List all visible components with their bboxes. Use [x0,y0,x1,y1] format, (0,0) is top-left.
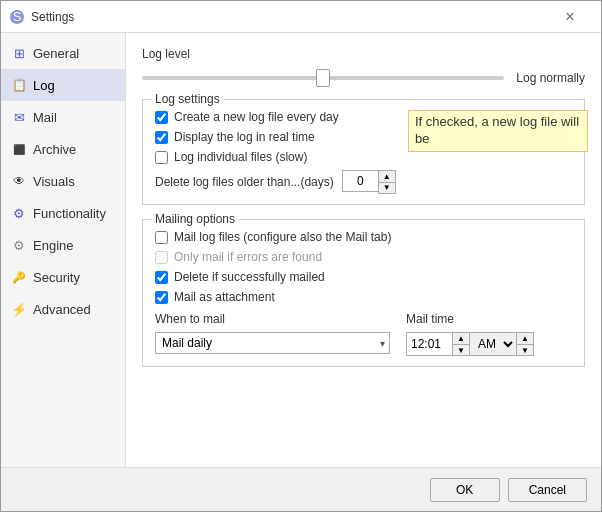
delete-days-input[interactable] [342,170,378,192]
mail-time-spin: ▲ ▼ [452,333,469,355]
mail-time-col: Mail time ▲ ▼ AM PM [406,312,534,356]
tooltip-text: If checked, a new log file will be [415,114,579,146]
delete-mailed-row: Delete if successfully mailed [155,270,572,284]
advanced-icon [11,301,27,317]
create-new-log-label[interactable]: Create a new log file every day [174,110,339,124]
delete-row: Delete log files older than...(days) ▲ ▼ [155,170,572,194]
log-icon [11,77,27,93]
ok-button[interactable]: OK [430,478,500,502]
sidebar-item-log[interactable]: Log [1,69,125,101]
only-errors-row: Only mail if errors are found [155,250,572,264]
only-errors-checkbox[interactable] [155,251,168,264]
create-new-log-checkbox[interactable] [155,111,168,124]
mailing-section: Mailing options Mail log files (configur… [142,219,585,367]
log-settings-title: Log settings [151,92,224,106]
general-icon [11,45,27,61]
dropdown-arrow-icon: ▾ [376,338,389,349]
delete-label: Delete log files older than...(days) [155,175,334,189]
sidebar-item-visuals[interactable]: Visuals [1,165,125,197]
sidebar-label-functionality: Functionality [33,206,106,221]
mail-log-files-label[interactable]: Mail log files (configure also the Mail … [174,230,391,244]
app-icon: S [9,9,25,25]
mail-log-files-row: Mail log files (configure also the Mail … [155,230,572,244]
settings-window: S Settings × General Log Mail Archive [0,0,602,512]
sidebar-item-general[interactable]: General [1,37,125,69]
log-individual-label[interactable]: Log individual files (slow) [174,150,307,164]
log-level-title: Log level [142,47,585,61]
delete-days-spinbox: ▲ ▼ [342,170,396,194]
slider-row: Log normally [142,71,585,85]
when-to-mail-col: When to mail Mail daily Mail weekly Mail… [155,312,390,354]
sidebar-item-archive[interactable]: Archive [1,133,125,165]
mail-log-files-checkbox[interactable] [155,231,168,244]
sidebar-label-advanced: Advanced [33,302,91,317]
ampm-up-button[interactable]: ▲ [517,333,533,344]
sidebar-item-mail[interactable]: Mail [1,101,125,133]
sidebar-label-security: Security [33,270,80,285]
mail-attachment-label[interactable]: Mail as attachment [174,290,275,304]
delete-mailed-checkbox[interactable] [155,271,168,284]
sidebar-label-log: Log [33,78,55,93]
tooltip-box: If checked, a new log file will be [408,110,588,152]
only-errors-label: Only mail if errors are found [174,250,322,264]
ampm-down-button[interactable]: ▼ [517,344,533,355]
spin-down-button[interactable]: ▼ [379,182,395,193]
when-to-mail-row: When to mail Mail daily Mail weekly Mail… [155,312,572,356]
spin-up-button[interactable]: ▲ [379,171,395,182]
when-to-mail-dropdown-wrap: Mail daily Mail weekly Mail monthly ▾ [155,332,390,354]
when-to-mail-select[interactable]: Mail daily Mail weekly Mail monthly [156,333,376,353]
window-title: Settings [31,10,547,24]
display-realtime-label[interactable]: Display the log in real time [174,130,315,144]
sidebar-item-security[interactable]: Security [1,261,125,293]
security-icon [11,269,27,285]
sidebar-item-engine[interactable]: Engine [1,229,125,261]
spin-buttons: ▲ ▼ [378,170,396,194]
ampm-spin: ▲ ▼ [516,333,533,355]
log-level-label: Log normally [516,71,585,85]
footer: OK Cancel [1,467,601,511]
mail-time-field-label: Mail time [406,312,534,326]
sidebar-label-mail: Mail [33,110,57,125]
ampm-select[interactable]: AM PM [469,333,516,355]
mail-attachment-checkbox[interactable] [155,291,168,304]
cancel-button[interactable]: Cancel [508,478,587,502]
mail-time-up-button[interactable]: ▲ [453,333,469,344]
log-level-slider-thumb[interactable] [316,69,330,87]
visuals-icon [11,173,27,189]
sidebar-label-engine: Engine [33,238,73,253]
close-button[interactable]: × [547,1,593,33]
mail-time-input[interactable] [407,334,452,354]
main-panel: Log level Log normally Log settings Crea… [126,33,601,467]
sidebar-label-archive: Archive [33,142,76,157]
log-level-slider-track [142,76,504,80]
mail-icon [11,109,27,125]
mail-time-wrap: ▲ ▼ AM PM ▲ ▼ [406,332,534,356]
delete-mailed-label[interactable]: Delete if successfully mailed [174,270,325,284]
sidebar-item-advanced[interactable]: Advanced [1,293,125,325]
sidebar-label-visuals: Visuals [33,174,75,189]
sidebar-label-general: General [33,46,79,61]
log-individual-checkbox[interactable] [155,151,168,164]
log-individual-row: Log individual files (slow) [155,150,572,164]
svg-text:S: S [13,9,22,24]
mail-time-down-button[interactable]: ▼ [453,344,469,355]
log-settings-section: Log settings Create a new log file every… [142,99,585,205]
sidebar: General Log Mail Archive Visuals Functio… [1,33,126,467]
engine-icon [11,237,27,253]
mailing-title: Mailing options [151,212,239,226]
archive-icon [11,141,27,157]
main-content: General Log Mail Archive Visuals Functio… [1,33,601,467]
sidebar-item-functionality[interactable]: Functionality [1,197,125,229]
functionality-icon [11,205,27,221]
log-level-section: Log level Log normally [142,47,585,85]
mail-attachment-row: Mail as attachment [155,290,572,304]
when-to-mail-field-label: When to mail [155,312,390,326]
display-realtime-checkbox[interactable] [155,131,168,144]
titlebar: S Settings × [1,1,601,33]
